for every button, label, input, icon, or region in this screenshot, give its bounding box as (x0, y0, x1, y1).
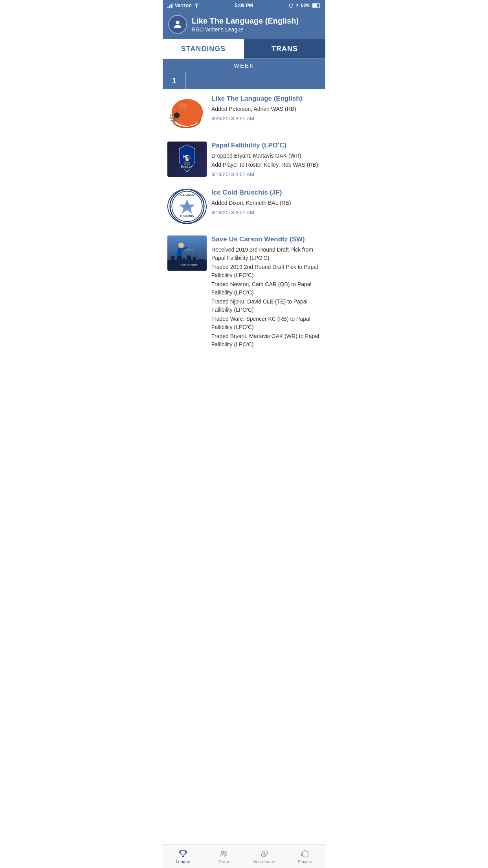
league-name: RSO Writer's League (192, 26, 299, 33)
bluetooth-icon (295, 3, 299, 8)
team-name: Like The Language (English) (192, 17, 299, 26)
svg-rect-2 (319, 4, 320, 6)
trans-detail-3: Traded Njoku, David CLE (TE) to Papal Fa… (211, 298, 321, 314)
trans-content: Papal Fallibility (LPO'C) Dropped Bryant… (211, 142, 321, 177)
transaction-item: NFL DRAFT Papal Fallibility (LPO'C) Drop… (163, 136, 325, 183)
team-logo-helmet (167, 95, 207, 130)
status-left: Verizon (167, 3, 200, 8)
team-logo-draft: NFL DRAFT (167, 142, 207, 177)
trans-team-name: Like The Language (English) (211, 95, 321, 103)
trans-detail-2: Traded Newton, Cam CAR (QB) to Papal Fal… (211, 280, 321, 297)
trans-date: 8/18/2018 3:51 AM (211, 210, 321, 215)
trans-content: Ice Cold Bruschis (JF) Added Dixon, Kenn… (211, 189, 321, 215)
trans-date: 8/19/2018 3:51 AM (211, 171, 321, 177)
svg-rect-24 (198, 259, 204, 264)
draft-logo-svg: NFL DRAFT (167, 143, 207, 176)
svg-point-6 (178, 103, 187, 109)
svg-rect-23 (193, 257, 196, 264)
trans-content: Save Us Carson Wendtz (SW) Received 2019… (211, 235, 321, 349)
svg-text:ICE COLD: ICE COLD (180, 193, 195, 197)
team-logo-savecarson: THE FUTURE CARSON (167, 235, 207, 271)
status-bar: Verizon 5:09 PM 62% (163, 0, 325, 11)
signal-bars (167, 3, 173, 8)
trans-detail-4: Traded Ware, Spencer KC (RB) to Papal Fa… (211, 315, 321, 331)
trans-team-name: Ice Cold Bruschis (JF) (211, 189, 321, 197)
team-logo-icecold: ICE COLD Bruschis (167, 189, 207, 224)
trans-detail-0: Added Peterson, Adrian WAS (RB) (211, 105, 321, 113)
transactions-list: Like The Language (English) Added Peters… (163, 89, 325, 355)
trans-detail-0: Received 2019 3rd Round Draft Pick from … (211, 246, 321, 262)
week-number[interactable]: 1 (163, 72, 186, 89)
status-right: 62% (288, 3, 321, 8)
tab-trans[interactable]: TRANS (244, 39, 325, 59)
page-content: WEEK 1 (163, 59, 325, 381)
carrier-label: Verizon (175, 3, 192, 8)
top-tab-bar: STANDINGS TRANS (163, 39, 325, 59)
status-time: 5:09 PM (235, 3, 253, 8)
transaction-item: Like The Language (English) Added Peters… (163, 89, 325, 136)
svg-text:DRAFT: DRAFT (181, 165, 193, 169)
svg-rect-19 (171, 256, 174, 264)
week-slider-track[interactable] (186, 72, 325, 89)
helmet-svg (169, 96, 206, 129)
user-icon (172, 19, 183, 30)
battery-percent: 62% (301, 3, 310, 8)
tab-standings[interactable]: STANDINGS (163, 39, 244, 59)
trans-date: 8/26/2018 3:51 AM (211, 116, 321, 121)
svg-point-25 (178, 243, 184, 248)
alarm-icon (288, 3, 294, 8)
svg-text:CARSON: CARSON (184, 248, 194, 251)
svg-rect-21 (183, 258, 185, 264)
header-text: Like The Language (English) RSO Writer's… (192, 17, 299, 33)
savecarson-logo-svg: THE FUTURE CARSON (167, 237, 207, 270)
trans-detail-1: Traded 2019 2nd Round Draft Pick to Papa… (211, 263, 321, 280)
svg-point-4 (176, 21, 179, 24)
svg-point-8 (175, 113, 179, 117)
trans-detail-1: Add Player to Roster Kelley, Rob WAS (RB… (211, 161, 321, 169)
week-bar: WEEK (163, 59, 325, 72)
svg-text:THE FUTURE: THE FUTURE (180, 264, 198, 267)
avatar (168, 15, 187, 34)
trans-detail-0: Dropped Bryant, Martavis OAK (WR) (211, 152, 321, 160)
wifi-icon (193, 3, 200, 8)
trans-team-name: Papal Fallibility (LPO'C) (211, 142, 321, 149)
transaction-item: THE FUTURE CARSON Save Us Carson Wendtz … (163, 230, 325, 355)
trans-detail-5: Traded Bryant, Martavis OAK (WR) to Papa… (211, 332, 321, 349)
trans-detail-0: Added Dixon, Kenneth BAL (RB) (211, 199, 321, 207)
transaction-item: ICE COLD Bruschis Ice Cold Bruschis (JF)… (163, 183, 325, 230)
svg-rect-11 (184, 162, 190, 166)
svg-text:Bruschis: Bruschis (180, 214, 194, 218)
svg-rect-22 (187, 256, 191, 264)
trans-team-name: Save Us Carson Wendtz (SW) (211, 235, 321, 243)
icecold-logo-svg: ICE COLD Bruschis (169, 189, 205, 224)
svg-rect-3 (313, 4, 317, 7)
svg-point-12 (185, 158, 189, 161)
header: Like The Language (English) RSO Writer's… (163, 11, 325, 39)
trans-content: Like The Language (English) Added Peters… (211, 95, 321, 121)
battery-icon (312, 3, 321, 8)
week-selector: 1 (163, 72, 325, 89)
